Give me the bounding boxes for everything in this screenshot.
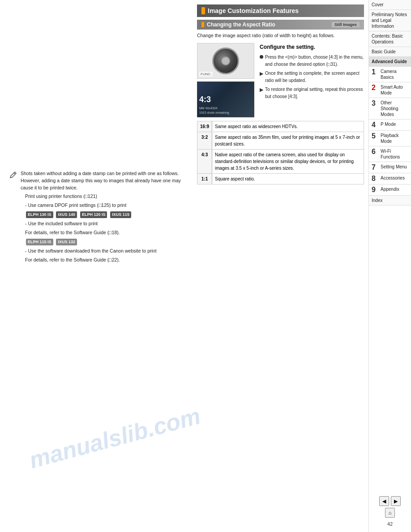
section-title: Image Customization Features <box>208 7 299 14</box>
sidebar-item-appendix[interactable]: 9 Appendix <box>369 184 411 196</box>
sidebar: Cover Preliminary Notes and Legal Inform… <box>368 0 411 532</box>
sidebar-item-other-shooting[interactable]: 3 Other Shooting Modes <box>369 98 411 120</box>
images-column: FUNC. 4:3 MM 40x4304 1915 shots remainin… <box>197 43 255 117</box>
note-content: Shots taken without adding a date stamp … <box>21 170 186 266</box>
ratio-label-32: 3:2 <box>197 132 212 149</box>
screen-info-2: 1915 shots remaining <box>199 111 252 115</box>
sidebar-label-preliminary: Preliminary Notes and Legal Information <box>372 12 407 29</box>
pencil-icon <box>9 171 17 179</box>
note-item-6: For details, refer to the Software Guide… <box>21 257 186 264</box>
ratio-desc-32: Same aspect ratio as 35mm film, used for… <box>212 132 364 149</box>
sidebar-label-smart-auto: Smart Auto Mode <box>381 84 408 96</box>
note-text-1: Shots taken without adding a date stamp … <box>21 170 186 191</box>
ratio-desc-43: Native aspect ratio of the camera screen… <box>212 149 364 173</box>
badge-elph120: ELPH 120 IS <box>80 211 107 219</box>
nav-arrows: ◀ ▶ <box>379 496 401 506</box>
sub-header-icon <box>201 22 204 27</box>
badge-row-2: ELPH 115 IS IXUS 132 <box>21 238 186 246</box>
page-number: 42 <box>385 519 394 528</box>
instruction-text-1: Press the <(m)> button, choose [4:3] in … <box>265 54 364 68</box>
sidebar-label-setting-menu: Setting Menu <box>381 164 408 170</box>
sidebar-item-p-mode[interactable]: 4 P Mode <box>369 120 411 131</box>
bullet-icon-1 <box>260 55 263 59</box>
ratio-label-43: 4:3 <box>197 149 212 173</box>
table-row: 3:2 Same aspect ratio as 35mm film, used… <box>197 132 364 149</box>
sidebar-num-2: 2 <box>372 84 379 91</box>
note-section: Shots taken without adding a date stamp … <box>9 170 186 266</box>
right-panel: Image Customization Features Changing th… <box>193 0 411 532</box>
sidebar-item-camera-basics[interactable]: 1 Camera Basics <box>369 67 411 82</box>
sidebar-label-wifi: Wi-Fi Functions <box>381 148 408 160</box>
sub-header: Changing the Aspect Ratio Still Images <box>197 20 364 30</box>
screen-image: 4:3 MM 40x4304 1915 shots remaining <box>197 82 254 117</box>
sidebar-label-camera-basics: Camera Basics <box>381 69 408 80</box>
ratio-desc-11: Square aspect ratio. <box>212 173 364 184</box>
sidebar-num-9: 9 <box>372 186 379 193</box>
ratio-label-11: 1:1 <box>197 173 212 184</box>
sidebar-item-preliminary[interactable]: Preliminary Notes and Legal Information <box>369 10 411 31</box>
sidebar-item-playback[interactable]: 5 Playback Mode <box>369 131 411 146</box>
sidebar-label-cover: Cover <box>372 2 384 7</box>
prev-button[interactable]: ◀ <box>379 496 389 506</box>
sidebar-num-6: 6 <box>372 148 379 155</box>
instruction-2: ▶ Once the setting is complete, the scre… <box>260 70 364 84</box>
sidebar-item-contents[interactable]: Contents: Basic Operations <box>369 31 411 47</box>
sidebar-label-p-mode: P Mode <box>381 121 408 127</box>
sidebar-label-playback: Playback Mode <box>381 133 408 144</box>
sidebar-item-basic-guide[interactable]: Basic Guide <box>369 47 411 57</box>
home-button[interactable]: ⌂ <box>385 508 395 518</box>
sidebar-num-3: 3 <box>372 100 379 107</box>
ratio-desc-169: Same aspect ratio as widescreen HDTVs. <box>212 121 364 132</box>
section-header: Image Customization Features <box>197 4 364 17</box>
note-item-2: - Use camera DPOF print settings (□125) … <box>21 202 186 209</box>
instruction-1: Press the <(m)> button, choose [4:3] in … <box>260 54 364 68</box>
sidebar-item-setting-menu[interactable]: 7 Setting Menu <box>369 162 411 173</box>
sidebar-item-wifi[interactable]: 6 Wi-Fi Functions <box>369 146 411 162</box>
arrow-icon-2: ▶ <box>260 70 263 77</box>
sidebar-label-accessories: Accessories <box>381 175 408 181</box>
main-content: Image Customization Features Changing th… <box>193 0 368 532</box>
table-row: 1:1 Square aspect ratio. <box>197 173 364 184</box>
table-row: 16:9 Same aspect ratio as widescreen HDT… <box>197 121 364 132</box>
still-images-badge: Still Images <box>332 22 360 27</box>
note-item-3: - Use the included software to print <box>21 220 186 227</box>
badge-elph115: ELPH 115 IS <box>26 239 53 246</box>
sidebar-num-1: 1 <box>372 69 379 76</box>
table-row: 4:3 Native aspect ratio of the camera sc… <box>197 149 364 173</box>
sidebar-label-advanced-guide: Advanced Guide <box>372 59 407 64</box>
bottom-nav: ◀ ▶ ⌂ 42 <box>369 493 411 532</box>
badge-ixus140: IXUS 140 <box>56 211 77 219</box>
sidebar-item-advanced-guide[interactable]: Advanced Guide <box>369 57 411 67</box>
sub-title: Changing the Aspect Ratio <box>207 21 275 28</box>
sidebar-label-contents: Contents: Basic Operations <box>372 34 403 44</box>
ratio-table: 16:9 Same aspect ratio as widescreen HDT… <box>197 121 364 184</box>
section-header-icon <box>201 7 205 14</box>
sidebar-item-cover[interactable]: Cover <box>369 0 411 10</box>
badge-row-1: ELPH 130 IS IXUS 140 ELPH 120 IS IXUS 11… <box>21 211 186 219</box>
badge-elph130: ELPH 130 IS <box>26 211 53 219</box>
sidebar-label-index: Index <box>372 198 382 203</box>
instruction-3: ▶ To restore the original setting, repea… <box>260 86 364 100</box>
camera-dial-inner <box>221 56 230 65</box>
sidebar-label-basic-guide: Basic Guide <box>372 49 396 54</box>
sidebar-num-7: 7 <box>372 164 379 171</box>
ratio-label-169: 16:9 <box>197 121 212 132</box>
instruction-text-2: Once the setting is complete, the screen… <box>265 70 364 84</box>
left-panel: manualslib.com Shots taken without addin… <box>0 0 193 532</box>
arrow-icon-3: ▶ <box>260 86 263 94</box>
sidebar-label-appendix: Appendix <box>381 186 408 192</box>
watermark: manualslib.com <box>26 402 203 474</box>
sidebar-item-smart-auto[interactable]: 2 Smart Auto Mode <box>369 82 411 98</box>
sidebar-item-accessories[interactable]: 8 Accessories <box>369 173 411 184</box>
section-description: Change the image aspect ratio (ratio of … <box>197 32 364 39</box>
instructions-column: Configure the setting. Press the <(m)> b… <box>260 43 364 117</box>
sidebar-item-index[interactable]: Index <box>369 196 411 206</box>
screen-info-1: MM 40x4304 <box>199 106 252 111</box>
next-button[interactable]: ▶ <box>391 496 401 506</box>
sidebar-num-8: 8 <box>372 175 379 182</box>
content-body: FUNC. 4:3 MM 40x4304 1915 shots remainin… <box>197 43 364 117</box>
note-item-5: - Use the software downloaded from the C… <box>21 248 186 255</box>
note-item-1: Print using printer functions (□121) <box>21 193 186 200</box>
instruction-text-3: To restore the original setting, repeat … <box>265 86 364 100</box>
camera-image: FUNC. <box>197 43 254 79</box>
